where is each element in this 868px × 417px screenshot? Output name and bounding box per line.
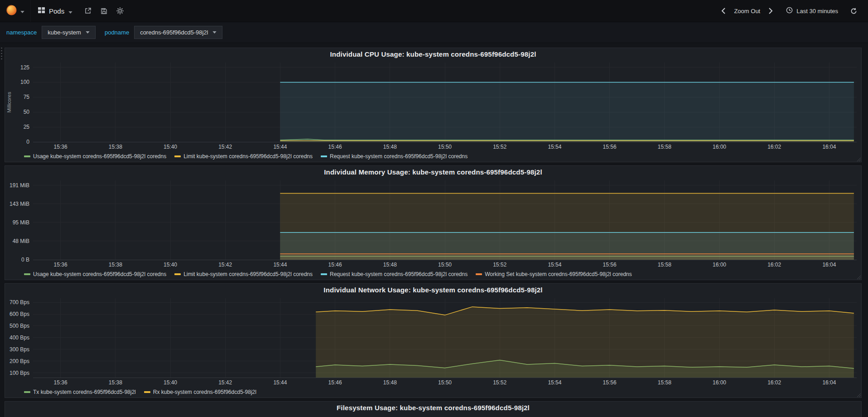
legend-series-label: Limit kube-system coredns-695f96dcd5-98j… bbox=[183, 271, 313, 277]
svg-text:16:04: 16:04 bbox=[822, 262, 836, 268]
svg-text:15:56: 15:56 bbox=[603, 379, 617, 386]
chevron-down-icon bbox=[20, 7, 24, 15]
svg-text:15:50: 15:50 bbox=[438, 262, 452, 268]
grafana-logo-button[interactable] bbox=[0, 0, 31, 22]
svg-text:25: 25 bbox=[24, 124, 30, 130]
svg-text:16:00: 16:00 bbox=[713, 262, 726, 268]
podname-variable-label: podname bbox=[105, 29, 129, 36]
legend-item[interactable]: Rx kube-system coredns-695f96dcd5-98j2l bbox=[144, 389, 256, 395]
panel-network-usage: Individual Network Usage: kube-system co… bbox=[5, 283, 862, 398]
dashboard-title: Pods bbox=[49, 7, 64, 15]
clock-icon bbox=[786, 7, 793, 15]
svg-text:15:44: 15:44 bbox=[273, 379, 287, 386]
svg-text:15:38: 15:38 bbox=[109, 144, 122, 150]
svg-text:15:58: 15:58 bbox=[658, 262, 671, 268]
memory-usage-chart[interactable]: 0 B48 MiB95 MiB143 MiB191 MiB15:3615:381… bbox=[5, 178, 861, 269]
panel-title[interactable]: Individual Network Usage: kube-system co… bbox=[5, 284, 861, 296]
podname-variable-value: coredns-695f96dcd5-98j2l bbox=[140, 29, 208, 36]
svg-text:50: 50 bbox=[24, 109, 30, 115]
filesystem-usage-chart-placeholder[interactable] bbox=[5, 413, 861, 417]
legend-series-label: Tx kube-system coredns-695f96dcd5-98j2l bbox=[33, 389, 136, 395]
svg-text:15:58: 15:58 bbox=[658, 144, 671, 150]
namespace-variable-value: kube-system bbox=[48, 29, 81, 36]
legend-item[interactable]: Limit kube-system coredns-695f96dcd5-98j… bbox=[174, 153, 313, 160]
legend-series-swatch-icon bbox=[24, 155, 30, 157]
panel-drag-handle[interactable] bbox=[0, 47, 3, 60]
svg-text:15:42: 15:42 bbox=[218, 144, 232, 150]
legend-item[interactable]: Usage kube-system coredns-695f96dcd5-98j… bbox=[24, 271, 166, 277]
svg-text:300 Bps: 300 Bps bbox=[10, 346, 29, 353]
legend-series-label: Limit kube-system coredns-695f96dcd5-98j… bbox=[183, 153, 313, 160]
svg-text:16:00: 16:00 bbox=[713, 379, 726, 386]
svg-text:15:50: 15:50 bbox=[438, 379, 452, 386]
svg-text:15:52: 15:52 bbox=[493, 379, 506, 386]
panel-memory-usage: Individual Memory Usage: kube-system cor… bbox=[5, 165, 862, 280]
legend-item[interactable]: Request kube-system coredns-695f96dcd5-9… bbox=[321, 271, 468, 277]
svg-text:15:52: 15:52 bbox=[493, 262, 506, 268]
legend-item[interactable]: Tx kube-system coredns-695f96dcd5-98j2l bbox=[24, 389, 136, 395]
svg-text:15:44: 15:44 bbox=[273, 262, 287, 268]
svg-text:400 Bps: 400 Bps bbox=[10, 335, 29, 341]
svg-text:191 MiB: 191 MiB bbox=[10, 182, 29, 189]
legend-series-swatch-icon bbox=[476, 273, 482, 275]
svg-text:15:50: 15:50 bbox=[438, 144, 452, 150]
dashboard-picker[interactable]: Pods bbox=[31, 7, 80, 15]
memory-usage-legend: Usage kube-system coredns-695f96dcd5-98j… bbox=[5, 269, 861, 280]
svg-text:15:40: 15:40 bbox=[164, 144, 177, 150]
zoom-out-button[interactable]: Zoom Out bbox=[731, 0, 763, 22]
svg-text:15:40: 15:40 bbox=[164, 379, 177, 386]
legend-item[interactable]: Usage kube-system coredns-695f96dcd5-98j… bbox=[24, 153, 166, 160]
variable-namespace: namespace kube-system bbox=[6, 26, 96, 39]
chart-canvas[interactable]: 0 B48 MiB95 MiB143 MiB191 MiB15:3615:381… bbox=[5, 178, 861, 269]
panel-title[interactable]: Individual Memory Usage: kube-system cor… bbox=[5, 166, 861, 178]
navbar: Pods bbox=[0, 0, 868, 22]
svg-text:16:02: 16:02 bbox=[767, 379, 781, 386]
refresh-button[interactable] bbox=[846, 8, 862, 15]
legend-item[interactable]: Limit kube-system coredns-695f96dcd5-98j… bbox=[174, 271, 313, 277]
svg-text:200 Bps: 200 Bps bbox=[10, 358, 29, 364]
svg-text:15:42: 15:42 bbox=[218, 262, 232, 268]
svg-text:15:48: 15:48 bbox=[383, 144, 397, 150]
panel-title[interactable]: Filesystem Usage: kube-system coredns-69… bbox=[5, 402, 861, 413]
time-shift-back-button[interactable] bbox=[717, 8, 730, 14]
svg-text:100: 100 bbox=[20, 79, 29, 85]
svg-text:16:04: 16:04 bbox=[822, 379, 836, 386]
svg-text:500 Bps: 500 Bps bbox=[10, 323, 29, 329]
legend-series-swatch-icon bbox=[321, 273, 327, 275]
chevron-down-icon bbox=[212, 31, 217, 34]
svg-text:125: 125 bbox=[20, 64, 29, 71]
svg-text:143 MiB: 143 MiB bbox=[10, 201, 29, 207]
dashboard-settings-button[interactable] bbox=[112, 0, 128, 22]
podname-variable-dropdown[interactable]: coredns-695f96dcd5-98j2l bbox=[134, 26, 222, 39]
legend-series-swatch-icon bbox=[144, 391, 150, 393]
namespace-variable-label: namespace bbox=[6, 29, 37, 36]
time-picker-button[interactable]: Last 30 minutes bbox=[783, 0, 841, 22]
panel-title[interactable]: Individual CPU Usage: kube-system coredn… bbox=[5, 48, 861, 60]
svg-text:0: 0 bbox=[26, 139, 29, 145]
network-usage-chart[interactable]: 100 Bps200 Bps300 Bps400 Bps500 Bps600 B… bbox=[5, 296, 861, 387]
time-shift-forward-button[interactable] bbox=[764, 8, 777, 14]
svg-text:15:40: 15:40 bbox=[164, 262, 177, 268]
legend-item[interactable]: Working Set kube-system coredns-695f96dc… bbox=[476, 271, 632, 277]
save-dashboard-button[interactable] bbox=[96, 0, 112, 22]
cpu-usage-legend: Usage kube-system coredns-695f96dcd5-98j… bbox=[5, 151, 861, 162]
time-range-label: Last 30 minutes bbox=[796, 8, 838, 15]
dashboard-body: Individual CPU Usage: kube-system coredn… bbox=[0, 43, 868, 417]
svg-text:15:46: 15:46 bbox=[328, 262, 342, 268]
legend-series-label: Request kube-system coredns-695f96dcd5-9… bbox=[330, 153, 468, 160]
svg-text:15:42: 15:42 bbox=[218, 379, 232, 386]
panel-filesystem-usage: Filesystem Usage: kube-system coredns-69… bbox=[5, 401, 862, 417]
svg-text:15:48: 15:48 bbox=[383, 379, 397, 386]
chart-canvas[interactable]: 100 Bps200 Bps300 Bps400 Bps500 Bps600 B… bbox=[5, 296, 861, 387]
svg-text:16:02: 16:02 bbox=[767, 144, 781, 150]
cpu-usage-chart[interactable]: 025507510012515:3615:3815:4015:4215:4415… bbox=[5, 60, 861, 151]
svg-text:700 Bps: 700 Bps bbox=[10, 299, 29, 305]
svg-text:15:56: 15:56 bbox=[603, 262, 617, 268]
chart-canvas[interactable]: 025507510012515:3615:3815:4015:4215:4415… bbox=[5, 60, 861, 151]
dashboards-grid-icon bbox=[38, 7, 45, 15]
namespace-variable-dropdown[interactable]: kube-system bbox=[42, 26, 96, 39]
legend-item[interactable]: Request kube-system coredns-695f96dcd5-9… bbox=[321, 153, 468, 160]
share-dashboard-button[interactable] bbox=[80, 0, 96, 22]
grafana-logo-icon bbox=[6, 5, 17, 18]
svg-text:48 MiB: 48 MiB bbox=[13, 238, 29, 244]
